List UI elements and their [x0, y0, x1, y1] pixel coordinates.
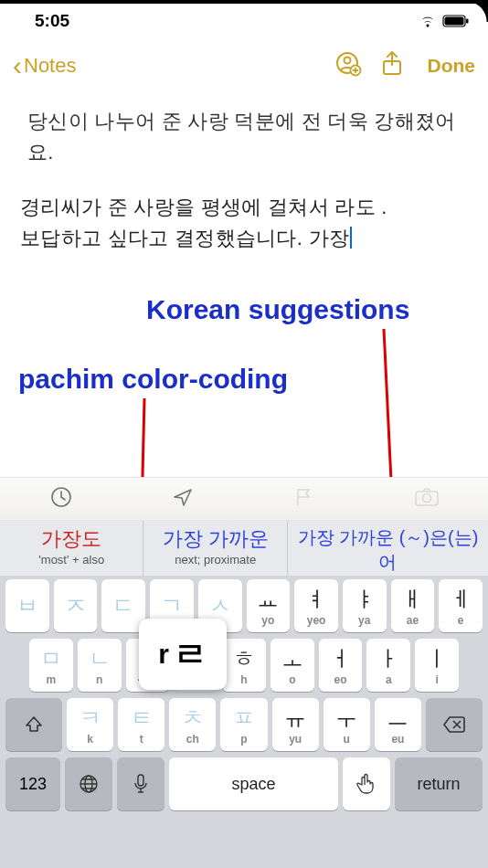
key-k[interactable]: ㅋk: [67, 698, 113, 751]
share-icon: [380, 50, 404, 78]
person-add-icon: [334, 50, 362, 78]
key-a[interactable]: ㅏa: [366, 639, 410, 692]
recent-icon[interactable]: [49, 485, 73, 513]
key-ya[interactable]: ㅑya: [343, 579, 387, 632]
globe-key[interactable]: [65, 757, 112, 810]
key-yu[interactable]: ㅠyu: [272, 698, 319, 751]
svg-point-4: [344, 58, 350, 64]
shift-key[interactable]: [5, 698, 62, 751]
svg-rect-1: [445, 17, 464, 26]
note-toolbar: [0, 477, 488, 521]
annotation-korean-suggestions: Korean suggestions: [146, 294, 409, 325]
flag-icon[interactable]: [292, 485, 316, 513]
collaborate-button[interactable]: [329, 50, 367, 81]
note-content[interactable]: 당신이 나누어 준 사랑 덕분에 전 더욱 강해졌어요. 경리씨가 준 사랑을 …: [0, 90, 488, 270]
backspace-key[interactable]: [426, 698, 483, 751]
key-t[interactable]: ㅌt: [118, 698, 164, 751]
key-row-3: ㅋkㅌtㅊchㅍpㅠyuㅜuㅡeu: [4, 698, 484, 751]
back-label: Notes: [24, 54, 76, 78]
status-time: 5:05: [35, 11, 69, 31]
share-button[interactable]: [373, 50, 411, 81]
key-row-2: ㅁmㄴnㅇ-/ngㄹㅎhㅗoㅓeoㅏaㅣi: [4, 639, 484, 692]
note-paragraph-1: 당신이 나누어 준 사랑 덕분에 전 더욱 강해졌어요.: [20, 106, 468, 168]
key-n[interactable]: ㄴn: [78, 639, 122, 692]
key-ㅈ[interactable]: ㅈ: [54, 579, 98, 632]
back-button[interactable]: ‹ Notes: [13, 50, 76, 81]
mic-icon: [133, 773, 149, 795]
key-yeo[interactable]: ㅕyeo: [294, 579, 338, 632]
key-ㅂ[interactable]: ㅂ: [5, 579, 49, 632]
chevron-left-icon: ‹: [13, 50, 22, 81]
key-popup: rㄹ: [139, 619, 227, 690]
done-button[interactable]: Done: [428, 55, 476, 77]
key-u[interactable]: ㅜu: [324, 698, 370, 751]
key-i[interactable]: ㅣi: [415, 639, 459, 692]
annotation-pachim: pachim color-coding: [18, 364, 288, 395]
key-o[interactable]: ㅗo: [271, 639, 314, 692]
key-row-1: ㅂㅈㄷㄱㅅㅛyoㅕyeoㅑyaㅐaeㅔe: [4, 579, 484, 632]
note-paragraph-2: 경리씨가 준 사랑을 평생에 걸쳐서 라도 . 보답하고 싶다고 결정했습니다.…: [20, 192, 468, 254]
key-m[interactable]: ㅁm: [29, 639, 73, 692]
hand-point-icon: [355, 772, 378, 796]
space-key[interactable]: space: [169, 757, 338, 810]
dictation-key[interactable]: [117, 757, 164, 810]
shift-icon: [24, 715, 44, 735]
key-e[interactable]: ㅔe: [439, 579, 483, 632]
suggestion-2[interactable]: 가장 가까운 next; proximate: [143, 521, 287, 576]
numbers-key[interactable]: 123: [5, 757, 60, 810]
location-icon[interactable]: [171, 485, 195, 513]
suggestion-bar: 가장도 'most' + also 가장 가까운 next; proximate…: [0, 521, 488, 576]
key-h[interactable]: ㅎh: [222, 639, 266, 692]
key-p[interactable]: ㅍp: [220, 698, 267, 751]
key-eu[interactable]: ㅡeu: [375, 698, 421, 751]
return-key[interactable]: return: [395, 757, 483, 810]
wifi-icon: [419, 15, 437, 27]
globe-icon: [78, 773, 100, 795]
handwriting-key[interactable]: [343, 757, 390, 810]
key-eo[interactable]: ㅓeo: [319, 639, 363, 692]
svg-rect-14: [138, 775, 143, 786]
camera-icon[interactable]: [414, 487, 440, 511]
text-cursor: [350, 227, 352, 249]
suggestion-1[interactable]: 가장도 'most' + also: [0, 521, 143, 576]
suggestion-3[interactable]: 가장 가까운 (～)은(는) 어 (id): [288, 521, 488, 576]
status-icons: [419, 15, 470, 27]
keyboard: ㅂㅈㄷㄱㅅㅛyoㅕyeoㅑyaㅐaeㅔe rㄹ ㅁmㄴnㅇ-/ngㄹㅎhㅗoㅓe…: [0, 576, 488, 868]
key-ch[interactable]: ㅊch: [169, 698, 216, 751]
key-ae[interactable]: ㅐae: [391, 579, 435, 632]
backspace-icon: [442, 715, 466, 734]
key-row-4: 123 space return: [4, 757, 484, 810]
svg-point-11: [422, 494, 430, 503]
key-yo[interactable]: ㅛyo: [247, 579, 291, 632]
